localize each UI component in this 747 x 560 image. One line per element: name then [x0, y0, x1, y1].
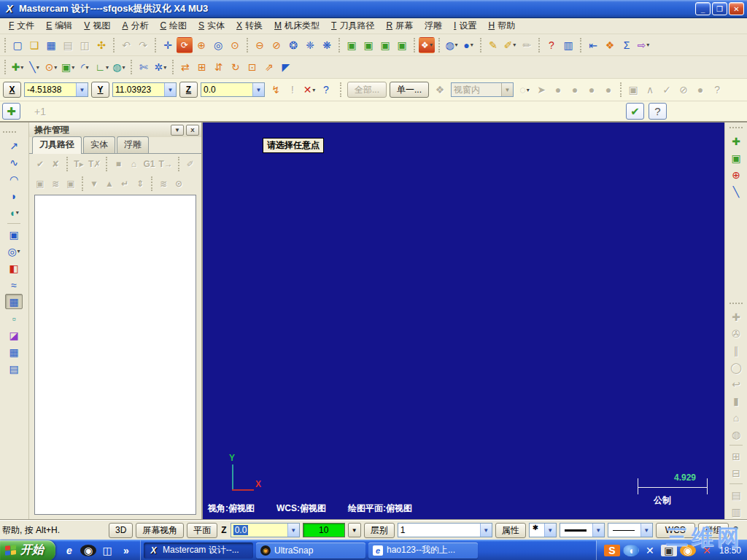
- menu-view[interactable]: V视图: [78, 18, 116, 34]
- lt-list-icon[interactable]: ▤: [5, 361, 23, 376]
- xform-offset-icon[interactable]: ⇗: [261, 59, 277, 75]
- grip-handle[interactable]: [729, 303, 743, 304]
- xform-mirror-icon[interactable]: ⇵: [211, 59, 227, 75]
- plane-button[interactable]: 平面: [187, 523, 217, 538]
- line-style-combo[interactable]: [560, 523, 605, 537]
- rt-rect-icon[interactable]: ▣: [727, 150, 745, 166]
- lt-light-icon[interactable]: ▫: [5, 311, 23, 326]
- zoom-window-icon[interactable]: ◎: [210, 37, 226, 53]
- chevron-down-icon[interactable]: [76, 83, 88, 96]
- tray-ime-icon[interactable]: ▣: [661, 545, 677, 556]
- color-swatch-button[interactable]: 10: [303, 523, 345, 537]
- regen-icon[interactable]: ❈: [302, 37, 318, 53]
- add-group-button[interactable]: ✚: [2, 103, 20, 120]
- menu-file[interactable]: F文件: [3, 18, 40, 34]
- ql-more-icon[interactable]: »: [118, 545, 134, 556]
- menu-toolpaths[interactable]: T刀具路径: [325, 18, 380, 34]
- menu-solids[interactable]: S实体: [193, 18, 231, 34]
- create-chamfer-icon[interactable]: ∟▾: [93, 59, 110, 75]
- menu-settings[interactable]: I设置: [448, 18, 482, 34]
- chevron-down-icon[interactable]: [287, 524, 299, 537]
- xform-rotate-icon[interactable]: ↻: [228, 59, 244, 75]
- lt-arc-icon[interactable]: ◠: [5, 171, 23, 187]
- attr-pencil-icon[interactable]: ✎: [485, 37, 501, 53]
- rt-line-icon[interactable]: ╲: [727, 184, 745, 199]
- menu-machine-type[interactable]: M机床类型: [268, 18, 325, 34]
- lt-wave-icon[interactable]: ≈: [5, 277, 23, 292]
- menu-screen[interactable]: R屏幕: [380, 18, 419, 34]
- clear-selection-icon[interactable]: ✕▾: [301, 82, 317, 98]
- x-coordinate-input[interactable]: -4.51838: [24, 82, 88, 97]
- tray-im-icon[interactable]: ◖: [623, 545, 639, 556]
- help-button[interactable]: ?: [649, 103, 667, 120]
- dims-icon[interactable]: ⇤: [585, 37, 601, 53]
- screen-view-button[interactable]: 屏幕视角: [136, 523, 184, 538]
- menu-help[interactable]: H帮助: [482, 18, 521, 34]
- tray-network-error-icon[interactable]: ✕: [699, 545, 715, 556]
- task-ultrasnap[interactable]: ◉ UltraSnap: [256, 542, 365, 559]
- menu-art[interactable]: 浮雕: [419, 18, 448, 34]
- attributes-button[interactable]: 属性: [495, 523, 526, 538]
- capture-icon[interactable]: ❖: [602, 37, 618, 53]
- shaded-icon[interactable]: ●▾: [460, 37, 476, 53]
- menu-xform[interactable]: X转换: [231, 18, 268, 34]
- create-line-icon[interactable]: ╲▾: [26, 59, 42, 75]
- lt-cube-icon[interactable]: ◪: [5, 327, 23, 343]
- y-axis-button[interactable]: Y: [91, 82, 109, 98]
- lt-drop-icon[interactable]: ◗: [5, 188, 23, 203]
- operations-list[interactable]: [34, 195, 196, 515]
- select-single-button[interactable]: 单一...: [390, 82, 429, 98]
- tray-sogou-icon[interactable]: S: [604, 545, 620, 556]
- tab-art[interactable]: 浮雕: [117, 136, 149, 153]
- menu-analyze[interactable]: A分析: [116, 18, 154, 34]
- create-fillet-icon[interactable]: ◜▾: [77, 59, 93, 75]
- ql-media-icon[interactable]: ◫: [99, 545, 115, 556]
- minimize-button[interactable]: _: [695, 2, 711, 15]
- lt-curve-icon[interactable]: ↗: [5, 138, 23, 153]
- panel-close-button[interactable]: X: [186, 125, 199, 136]
- chevron-down-icon[interactable]: [592, 524, 604, 537]
- z-coordinate-input[interactable]: 0.0: [201, 82, 265, 97]
- lt-surface-icon[interactable]: ◖▾: [5, 205, 23, 220]
- task-hao123[interactable]: e hao123--我的上...: [368, 542, 478, 559]
- ok-button[interactable]: ✔: [626, 103, 644, 120]
- wireframe-icon[interactable]: ◍▾: [444, 37, 460, 53]
- zoom-out-icon[interactable]: ⊖: [252, 37, 268, 53]
- rt-create-icon[interactable]: ✚: [727, 133, 745, 149]
- repaint-icon[interactable]: ❂: [285, 37, 301, 53]
- attr-multi-icon[interactable]: ✐▾: [502, 37, 518, 53]
- create-solid-icon[interactable]: ◍▾: [111, 59, 127, 75]
- create-point-icon[interactable]: ✚▾: [9, 59, 26, 75]
- dynamic-rotate-icon[interactable]: ⟳: [177, 37, 193, 53]
- lt-active-icon[interactable]: ▦: [5, 294, 23, 309]
- level-button[interactable]: 层别: [364, 523, 395, 538]
- ql-ie-icon[interactable]: e: [61, 545, 77, 556]
- clear-colors-icon[interactable]: ❋: [319, 37, 335, 53]
- save-file-icon[interactable]: ▦: [43, 37, 59, 53]
- menu-create[interactable]: C绘图: [154, 18, 193, 34]
- create-rect-icon[interactable]: ▣▾: [60, 59, 76, 75]
- xtrim-icon[interactable]: ✲▾: [152, 59, 169, 75]
- chevron-down-icon[interactable]: [164, 83, 176, 96]
- start-button[interactable]: 开始: [0, 540, 55, 560]
- stats-icon[interactable]: ▥: [560, 37, 576, 53]
- zoom-target-icon[interactable]: ⊙: [227, 37, 243, 53]
- chevron-down-icon[interactable]: [480, 524, 492, 537]
- tray-x-icon[interactable]: ✕: [642, 545, 658, 556]
- maximize-button[interactable]: ❐: [712, 2, 727, 15]
- close-button[interactable]: ✕: [729, 2, 744, 15]
- lt-circle-icon[interactable]: ◎▾: [5, 244, 23, 259]
- chevron-down-icon[interactable]: [640, 524, 652, 537]
- chevron-down-icon[interactable]: [252, 83, 264, 96]
- xform-translate-icon[interactable]: ⇄: [177, 59, 193, 75]
- ql-ultrasnap-icon[interactable]: ◉: [80, 545, 96, 556]
- wcs-button[interactable]: WCS: [656, 523, 695, 538]
- rt-arc-icon[interactable]: ⊕: [727, 167, 745, 182]
- panel-collapse-button[interactable]: ▼: [171, 125, 184, 136]
- menu-edit[interactable]: E编辑: [40, 18, 78, 34]
- autocursor-help-icon[interactable]: ?: [318, 82, 334, 98]
- task-mastercam[interactable]: X Mastercam 设计--...: [144, 542, 253, 559]
- grip-handle[interactable]: [729, 127, 743, 128]
- trim-icon[interactable]: ✄: [136, 59, 152, 75]
- lt-trim-icon[interactable]: ◧: [5, 260, 23, 276]
